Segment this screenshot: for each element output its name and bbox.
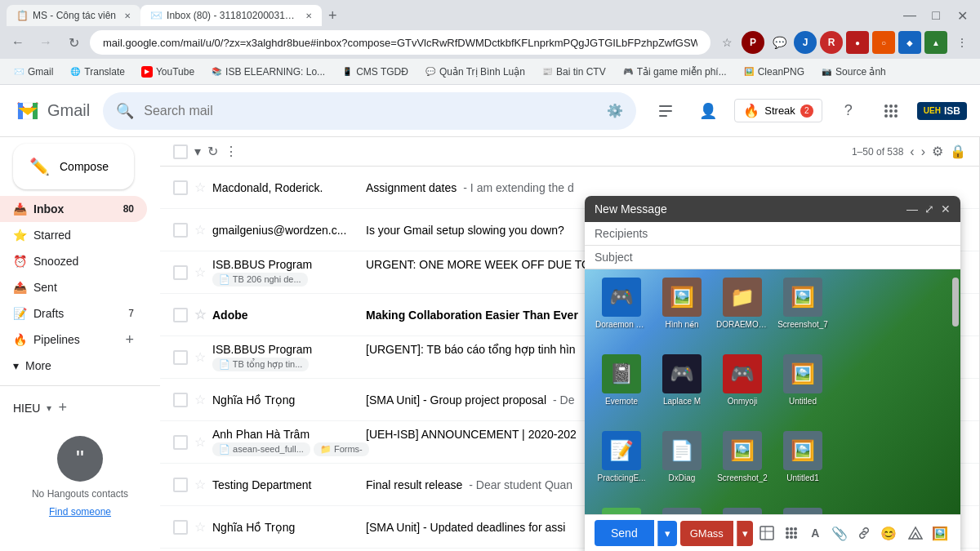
search-input[interactable]	[144, 104, 597, 118]
sidebar-item-pipelines[interactable]: 🔥 Pipelines +	[0, 327, 147, 353]
email-checkbox-7[interactable]	[173, 478, 188, 492]
gmass-dropdown-button[interactable]: ▾	[737, 521, 753, 546]
desktop-icon-5[interactable]: 🎮 Laplace M	[653, 354, 710, 428]
send-dropdown-button[interactable]: ▾	[657, 521, 677, 546]
extension-red-icon[interactable]: ●	[846, 31, 869, 54]
bookmark-cms[interactable]: 📱 CMS TGDĐ	[335, 64, 415, 80]
desktop-icon-4[interactable]: 📓 Evernote	[593, 354, 650, 428]
compose-body[interactable]: 🎮 Doraemon Story of ... 🖼️ Hình nền 📁 DO…	[585, 269, 960, 514]
extension-chat-icon[interactable]: 💬	[768, 31, 791, 54]
email-checkbox-3[interactable]	[173, 308, 188, 322]
next-page-button[interactable]: ›	[921, 144, 925, 159]
compose-expand-button[interactable]: ⤢	[924, 202, 934, 216]
help-icon-btn[interactable]: ?	[832, 95, 865, 127]
bookmark-cleanpng[interactable]: 🖼️ CleanPNG	[737, 64, 811, 80]
email-star-7[interactable]: ☆	[194, 477, 206, 492]
sidebar-item-sent[interactable]: 📤 Sent	[0, 274, 147, 300]
bookmark-bai[interactable]: 📰 Bai tin CTV	[535, 64, 612, 80]
email-star-1[interactable]: ☆	[194, 222, 206, 238]
add-user-icon[interactable]: +	[58, 399, 67, 416]
bookmark-source[interactable]: 📷 Source ảnh	[814, 64, 893, 80]
back-button[interactable]: ←	[7, 31, 29, 54]
email-checkbox-8[interactable]	[173, 520, 188, 535]
sidebar-item-starred[interactable]: ⭐ Starred	[0, 222, 147, 248]
tasks-icon-btn[interactable]	[649, 95, 682, 127]
photo-button[interactable]: 🖼️	[929, 520, 951, 546]
compose-scrollbar-area[interactable]	[951, 269, 960, 514]
bookmark-translate[interactable]: 🌐 Translate	[63, 64, 131, 80]
email-star-2[interactable]: ☆	[194, 264, 206, 280]
forward-button[interactable]: →	[34, 31, 57, 54]
bookmark-game[interactable]: 🎮 Tải game miễn phí...	[616, 64, 733, 80]
desktop-icon-9[interactable]: 📄 DxDiag	[653, 431, 710, 504]
desktop-icon-13[interactable]: 📄 huong-dan...	[653, 508, 710, 514]
compose-subject-input[interactable]	[595, 251, 951, 264]
streak-button[interactable]: 🔥 Streak 2	[734, 99, 822, 122]
reload-button[interactable]: ↻	[62, 31, 85, 54]
emoji-button[interactable]: 😊	[878, 520, 899, 546]
desktop-icon-10[interactable]: 🖼️ Screenshot_2	[714, 431, 771, 504]
desktop-icon-15[interactable]: 🖼️ Untitled3	[774, 508, 831, 514]
desktop-icon-12[interactable]: 🎮 Minecraft	[593, 508, 650, 514]
email-checkbox-0[interactable]	[173, 180, 188, 195]
hangouts-link[interactable]: Find someone	[49, 506, 111, 518]
email-checkbox-1[interactable]	[173, 223, 188, 238]
send-button[interactable]: Send	[595, 520, 654, 546]
bookmark-quan[interactable]: 💬 Quản Trị Bình Luận	[418, 64, 532, 80]
email-checkbox-2[interactable]	[173, 265, 188, 280]
search-tools-icon[interactable]: ⚙️	[607, 103, 623, 118]
email-checkbox-4[interactable]	[173, 350, 188, 365]
filter-button[interactable]: 🔒	[950, 144, 966, 159]
desktop-icon-14[interactable]: 🖼️ Screenshot_3	[714, 508, 771, 514]
tab-gmail[interactable]: ✉️ Inbox (80) - 311810200031@stud... ✕	[140, 5, 322, 26]
compose-scrollbar-thumb[interactable]	[952, 278, 959, 327]
tab-ms[interactable]: 📋 MS - Công tác viên ✕	[7, 5, 140, 26]
more-actions-button[interactable]: ⋮	[225, 144, 238, 159]
address-input[interactable]	[90, 30, 710, 55]
format-table-button[interactable]	[756, 520, 777, 546]
compose-close-button[interactable]: ✕	[941, 202, 951, 216]
desktop-icon-3[interactable]: 🖼️ Screenshot_7	[774, 278, 831, 351]
extension-p-icon[interactable]: P	[742, 31, 764, 54]
email-star-0[interactable]: ☆	[194, 180, 206, 195]
desktop-icon-11[interactable]: 🖼️ Untitled1	[774, 431, 831, 504]
desktop-icon-0[interactable]: 🎮 Doraemon Story of ...	[593, 278, 650, 351]
refresh-button[interactable]: ↻	[207, 144, 218, 159]
email-star-3[interactable]: ☆	[194, 307, 206, 322]
email-star-6[interactable]: ☆	[194, 434, 206, 450]
sidebar-item-snoozed[interactable]: ⏰ Snoozed	[0, 248, 147, 274]
maximize-btn[interactable]: □	[924, 4, 947, 27]
sidebar-item-drafts[interactable]: 📝 Drafts 7	[0, 300, 147, 327]
settings-button[interactable]: ⚙	[932, 144, 943, 159]
email-checkbox-6[interactable]	[173, 435, 188, 450]
add-pipelines-icon[interactable]: +	[125, 331, 134, 349]
new-tab-button[interactable]: +	[322, 7, 344, 24]
extension-orange-icon[interactable]: ○	[872, 31, 895, 54]
sidebar-item-more[interactable]: ▾ More	[0, 353, 147, 379]
extension-r-icon[interactable]: R	[820, 31, 843, 54]
extension-blue-icon[interactable]: ◆	[898, 31, 921, 54]
prev-page-button[interactable]: ‹	[910, 144, 914, 159]
select-all-checkbox[interactable]	[173, 144, 188, 159]
minimize-btn[interactable]: —	[898, 4, 921, 27]
email-checkbox-5[interactable]	[173, 393, 188, 407]
tab-close-ms[interactable]: ✕	[124, 11, 131, 20]
user-section[interactable]: HIEU ▾ +	[0, 393, 160, 423]
contacts-icon-btn[interactable]: 👤	[692, 95, 724, 127]
select-all-dropdown[interactable]: ▾	[194, 144, 201, 159]
drive-button[interactable]	[905, 520, 926, 546]
star-addr-icon[interactable]: ☆	[715, 31, 738, 54]
desktop-icon-6[interactable]: 🎮 Onmyoji	[714, 354, 771, 428]
extension-green-icon[interactable]: ▲	[924, 31, 947, 54]
apps-icon-btn[interactable]	[875, 95, 907, 127]
email-star-8[interactable]: ☆	[194, 519, 206, 535]
close-btn[interactable]: ✕	[951, 4, 973, 27]
email-star-4[interactable]: ☆	[194, 349, 206, 365]
attach-button[interactable]: 📎	[829, 520, 850, 546]
compose-recipients-input[interactable]	[595, 227, 951, 240]
compose-minimize-button[interactable]: —	[906, 202, 918, 216]
isb-logo[interactable]: UEH ISB	[917, 102, 967, 120]
desktop-icon-2[interactable]: 📁 DORAEMON STORY OF S...	[714, 278, 771, 351]
tab-close-gmail[interactable]: ✕	[305, 11, 312, 20]
format-text-button[interactable]: A	[804, 520, 826, 546]
